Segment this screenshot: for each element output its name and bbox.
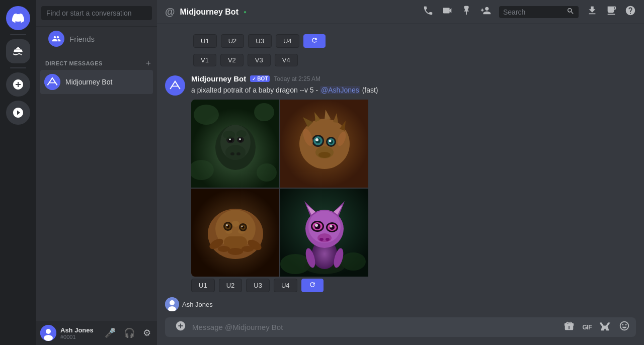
prev-u-button-row: U1 U2 U3 U4: [193, 34, 636, 48]
server-bar: [0, 0, 36, 345]
at-icon: @: [165, 6, 175, 18]
chat-header: @ Midjourney Bot ●: [157, 0, 644, 24]
emoji-icon[interactable]: [617, 318, 632, 336]
message-input[interactable]: [192, 317, 557, 337]
pin-icon[interactable]: [461, 5, 472, 19]
chat-area: @ Midjourney Bot ●: [157, 0, 644, 345]
call-icon[interactable]: [423, 5, 434, 19]
bot-badge-check-icon: ✓: [252, 76, 256, 81]
svg-point-45: [231, 221, 239, 227]
u-button-row: U1 U2 U3 U4: [191, 279, 636, 292]
chat-input-area: GIF: [157, 317, 644, 345]
prev-u2-button[interactable]: U2: [221, 34, 245, 48]
svg-point-62: [242, 246, 254, 252]
refresh-button[interactable]: [301, 279, 324, 292]
dm-search-box: [36, 0, 157, 27]
u1-button[interactable]: U1: [191, 279, 215, 292]
search-icon: [567, 7, 575, 17]
help-icon[interactable]: [625, 5, 636, 19]
prev-v-button-row: V1 V2 V3 V4: [193, 54, 636, 66]
prev-v1-button[interactable]: V1: [193, 54, 216, 66]
svg-point-65: [341, 252, 366, 271]
prev-u1-button[interactable]: U1: [193, 34, 217, 48]
midjourney-bot-avatar: [44, 74, 60, 90]
message-header: Midjourney Bot ✓ BOT Today at 2:25 AM: [191, 74, 636, 83]
dragon-image-4[interactable]: [280, 189, 368, 277]
svg-point-17: [236, 152, 240, 155]
add-server-button[interactable]: [6, 72, 30, 97]
inbox-icon[interactable]: [587, 5, 598, 19]
gif-button[interactable]: GIF: [581, 322, 594, 333]
prev-u4-button[interactable]: U4: [276, 34, 299, 48]
svg-point-38: [318, 152, 331, 158]
find-conversation-input[interactable]: [41, 6, 152, 20]
bottom-ash-name: Ash Jones: [182, 301, 213, 308]
u3-button[interactable]: U3: [246, 279, 270, 292]
svg-point-12: [239, 138, 241, 140]
svg-point-83: [319, 238, 324, 241]
prev-v4-button[interactable]: V4: [275, 54, 298, 66]
svg-point-88: [170, 300, 175, 305]
search-input[interactable]: [503, 8, 564, 16]
friends-item[interactable]: Friends: [40, 27, 153, 51]
prev-refresh-button[interactable]: [303, 34, 326, 48]
midjourney-bot-msg-avatar: [165, 75, 185, 96]
svg-point-36: [329, 140, 332, 142]
deafen-button[interactable]: 🎧: [122, 326, 137, 339]
activity-icon[interactable]: [606, 5, 617, 19]
svg-point-0: [44, 74, 60, 90]
dragon-image-1[interactable]: [191, 100, 279, 188]
svg-point-56: [242, 226, 243, 227]
message-text: a pixalted potrait of a baby dragon --v …: [191, 85, 636, 96]
u4-button[interactable]: U4: [274, 279, 297, 292]
sticker-icon[interactable]: [598, 318, 613, 336]
current-user-name: Ash Jones: [60, 326, 94, 334]
chat-header-left: @ Midjourney Bot ●: [165, 6, 247, 18]
midjourney-bot-name: Midjourney Bot: [65, 78, 112, 86]
dragon-image-3[interactable]: [191, 189, 279, 277]
server-boat[interactable]: [6, 39, 30, 63]
svg-point-81: [330, 225, 333, 228]
current-user-info: Ash Jones #0001: [60, 326, 94, 340]
bot-badge: ✓ BOT: [250, 75, 270, 82]
prev-v2-button[interactable]: V2: [220, 54, 244, 66]
add-member-icon[interactable]: [480, 5, 491, 19]
add-dm-button[interactable]: +: [143, 59, 153, 68]
current-user-avatar: [40, 325, 56, 341]
svg-point-21: [257, 163, 277, 182]
video-icon[interactable]: [442, 5, 453, 19]
dm-section-header: DIRECT MESSAGES +: [36, 51, 157, 70]
svg-point-84: [326, 238, 330, 241]
friends-label: Friends: [69, 35, 95, 43]
mute-button[interactable]: 🎤: [103, 326, 118, 339]
chat-messages: U1 U2 U3 U4 V1 V2 V3 V4: [157, 24, 644, 295]
gift-icon[interactable]: [561, 318, 577, 336]
svg-point-3: [44, 335, 53, 341]
dm-user-bar: Ash Jones #0001 🎤 🎧 ⚙: [36, 321, 157, 345]
chat-add-button[interactable]: [173, 318, 188, 336]
dm-section: Friends DIRECT MESSAGES + Midjourney Bot: [36, 27, 157, 321]
svg-point-82: [317, 233, 332, 242]
svg-point-61: [228, 248, 243, 255]
prev-v3-button[interactable]: V3: [248, 54, 271, 66]
chat-input-box: GIF: [165, 317, 636, 337]
chat-header-right: [423, 5, 636, 19]
message-content: Midjourney Bot ✓ BOT Today at 2:25 AM a …: [191, 74, 636, 294]
dm-item-midjourney-bot[interactable]: Midjourney Bot: [40, 70, 153, 94]
prev-u3-button[interactable]: U3: [248, 34, 272, 48]
message-username: Midjourney Bot: [191, 74, 246, 83]
svg-point-16: [230, 152, 234, 155]
svg-point-32: [315, 138, 318, 141]
discord-home-button[interactable]: [6, 6, 30, 30]
message-block-midjourney: Midjourney Bot ✓ BOT Today at 2:25 AM a …: [165, 70, 636, 295]
svg-point-2: [46, 329, 51, 334]
dm-sidebar: Friends DIRECT MESSAGES + Midjourney Bot: [36, 0, 157, 345]
svg-point-19: [254, 103, 274, 121]
search-box: [499, 6, 579, 18]
chat-input-icons: GIF: [561, 318, 632, 336]
dragon-image-2[interactable]: [280, 100, 368, 188]
u2-button[interactable]: U2: [219, 279, 243, 292]
explore-button[interactable]: [6, 101, 30, 125]
channel-name: Midjourney Bot: [180, 8, 238, 17]
settings-button[interactable]: ⚙: [141, 326, 153, 339]
